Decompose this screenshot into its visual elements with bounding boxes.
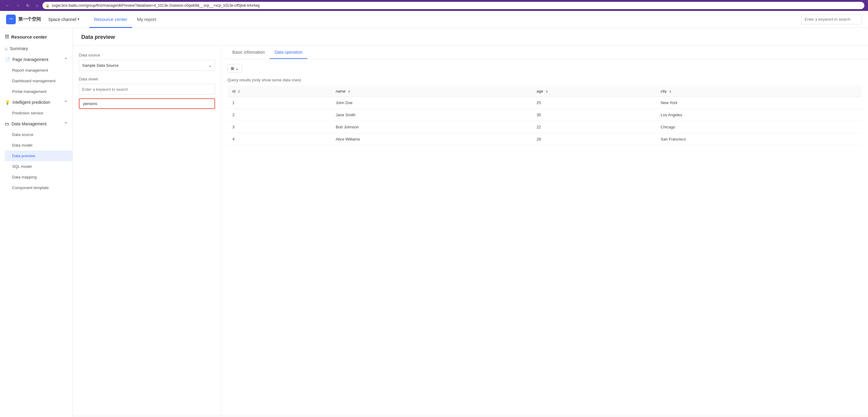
tab-content-area: ⊞ ⌄ Query results (only show some data r… (221, 59, 868, 150)
cell-name: John Doe (331, 97, 532, 109)
cell-age: 30 (532, 109, 656, 121)
page-header: Data preview (73, 28, 868, 46)
cell-city: Chicago (656, 121, 862, 133)
cell-name: Bob Johnson (331, 121, 532, 133)
cell-age: 22 (532, 121, 656, 133)
logo-text: 第一个空间 (18, 17, 41, 22)
table-row: 2Jane Smith30Los Angeles (227, 109, 862, 121)
data-source-select[interactable]: Sample Data Source ⌄ (79, 60, 215, 71)
app-logo[interactable]: 一 第一个空间 (6, 14, 41, 24)
sidebar-item-portal-management[interactable]: Portal management (5, 86, 72, 97)
sidebar-item-prediction-service[interactable]: Prediction service (5, 108, 72, 118)
chevron-down-icon-2: ⌄ (208, 63, 212, 68)
app-header: 一 第一个空间 Space channel ▾ Resource center … (0, 11, 868, 28)
right-panel: Basic information Data operation ⊞ ⌄ Que… (221, 46, 868, 415)
sort-icon-id[interactable] (238, 90, 240, 93)
table-row: 1John Doe25New York (227, 97, 862, 109)
logo-icon: 一 (6, 14, 16, 24)
cell-age: 25 (532, 97, 656, 109)
cell-name: Alice Williams (331, 133, 532, 145)
file-icon: 📄 (5, 57, 10, 62)
cell-id: 3 (227, 121, 331, 133)
left-panel: Data source Sample Data Source ⌄ Data sh… (73, 46, 221, 415)
space-channel-label: Space channel (48, 17, 76, 22)
sidebar-item-summary[interactable]: ⌂ Summary (0, 43, 72, 54)
sidebar-item-data-model[interactable]: Data model (5, 140, 72, 151)
page-title: Data preview (81, 34, 860, 40)
sidebar-group-data-management[interactable]: 🗃 Data Management ⌃ (0, 118, 72, 129)
database-icon: 🗃 (5, 121, 9, 126)
table-name: persons (83, 101, 97, 106)
col-header-age: age (532, 86, 656, 97)
prediction-children: Prediction service (0, 108, 72, 118)
sidebar-item-dashboard-management[interactable]: Dashboard management (5, 76, 72, 86)
query-results-label: Query results (only show some data rows) (227, 78, 862, 82)
forward-button[interactable]: → (14, 2, 22, 8)
grid-view-button[interactable]: ⊞ ⌄ (227, 64, 242, 73)
tab-basic-information[interactable]: Basic information (227, 46, 270, 59)
content-area: Data source Sample Data Source ⌄ Data sh… (73, 46, 868, 415)
main-content: Data preview Data source Sample Data Sou… (73, 28, 868, 417)
space-channel-button[interactable]: Space channel ▾ (48, 17, 80, 22)
cell-id: 2 (227, 109, 331, 121)
sidebar-title: ☷ Resource center (0, 28, 72, 43)
cell-city: San Francisco (656, 133, 862, 145)
sort-icon-age[interactable] (546, 90, 548, 93)
lock-icon: 🔒 (45, 4, 50, 8)
url-bar[interactable]: 🔒 sugar.bce.baidu.com/group/first/manage… (42, 2, 864, 9)
home-icon: ⌂ (5, 46, 7, 51)
sidebar-group-intelligent-prediction[interactable]: 💡 Intelligent prediction ⌃ (0, 97, 72, 108)
sidebar-item-data-mapping[interactable]: Data mapping (5, 172, 72, 182)
data-source-label: Data source (79, 53, 215, 57)
cell-name: Jane Smith (331, 109, 532, 121)
browser-bar: ← → ↻ ⌂ 🔒 sugar.bce.baidu.com/group/firs… (0, 0, 868, 11)
col-header-name: name (331, 86, 532, 97)
data-source-value: Sample Data Source (82, 63, 119, 68)
main-layout: ☷ Resource center ⌂ Summary 📄 Page manag… (0, 28, 868, 417)
chevron-up-icon-3: ⌃ (64, 121, 68, 126)
table-row: 3Bob Johnson22Chicago (227, 121, 862, 133)
tab-resource-center[interactable]: Resource center (89, 11, 132, 28)
main-nav: Resource center My report (89, 11, 161, 28)
sidebar-item-report-management[interactable]: Report management (5, 65, 72, 76)
sort-icon-city[interactable] (669, 90, 672, 93)
resource-center-icon: ☷ (5, 34, 9, 39)
col-header-id: id (227, 86, 331, 97)
sidebar-item-data-preview[interactable]: Data preview (5, 151, 72, 161)
url-text: sugar.bce.baidu.com/group/first/manage/d… (52, 3, 259, 8)
cell-id: 1 (227, 97, 331, 109)
tab-data-operation[interactable]: Data operation (270, 46, 307, 59)
table-header: id name (227, 86, 862, 97)
chevron-down-icon-3: ⌄ (235, 66, 239, 71)
data-sheet-search-input[interactable] (79, 84, 215, 95)
sidebar-item-data-source[interactable]: Data source (5, 129, 72, 140)
selected-table-item[interactable]: persons (79, 98, 215, 109)
data-sheet-label: Data sheet (79, 77, 215, 81)
grid-icon: ⊞ (231, 66, 234, 71)
cell-city: New York (656, 97, 862, 109)
data-management-children: Data source Data model Data preview SQL … (0, 129, 72, 193)
sidebar-group-page-management[interactable]: 📄 Page management ⌃ (0, 54, 72, 65)
header-search-input[interactable] (801, 14, 862, 24)
view-controls: ⊞ ⌄ (227, 64, 862, 73)
cell-age: 28 (532, 133, 656, 145)
cell-city: Los Angeles (656, 109, 862, 121)
sort-icon-name[interactable] (348, 90, 350, 93)
brain-icon: 💡 (5, 100, 10, 105)
sidebar: ☷ Resource center ⌂ Summary 📄 Page manag… (0, 28, 73, 417)
back-button[interactable]: ← (4, 2, 11, 8)
chevron-up-icon: ⌃ (64, 57, 68, 62)
chevron-up-icon-2: ⌃ (64, 100, 68, 105)
refresh-button[interactable]: ↻ (24, 2, 32, 8)
cell-id: 4 (227, 133, 331, 145)
home-button[interactable]: ⌂ (34, 2, 40, 8)
table-body: 1John Doe25New York2Jane Smith30Los Ange… (227, 97, 862, 145)
col-header-city: city (656, 86, 862, 97)
sidebar-item-sql-model[interactable]: SQL model (5, 161, 72, 172)
tab-my-report[interactable]: My report (132, 11, 161, 28)
sidebar-item-component-template[interactable]: Component template (5, 182, 72, 193)
right-panel-tabs: Basic information Data operation (221, 46, 868, 59)
data-table: id name (227, 86, 862, 145)
page-management-children: Report management Dashboard management P… (0, 65, 72, 97)
chevron-down-icon: ▾ (78, 17, 80, 21)
